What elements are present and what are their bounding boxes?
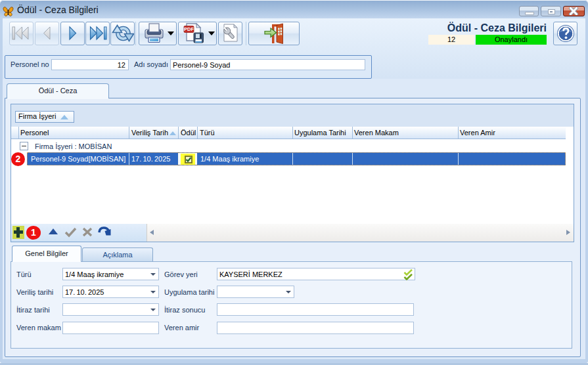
svg-text:PDF: PDF [184,26,194,32]
